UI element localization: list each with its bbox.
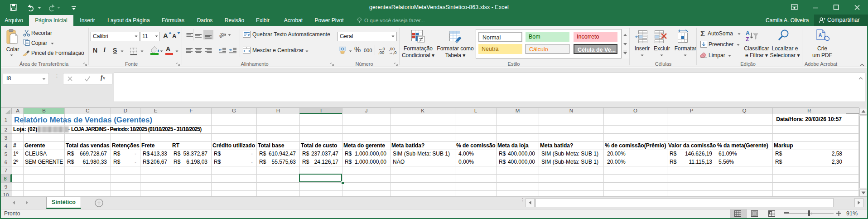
svg-text:A: A [746,30,750,36]
svg-text:ab: ab [219,31,225,39]
svg-text:A: A [819,33,822,38]
svg-text:Z: Z [746,36,749,43]
